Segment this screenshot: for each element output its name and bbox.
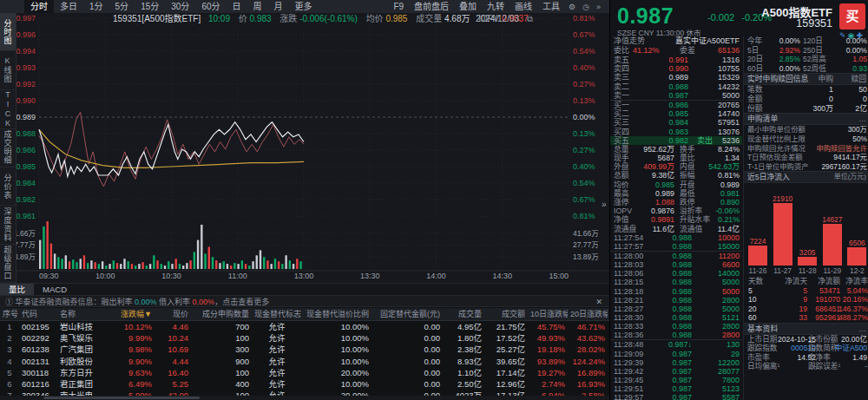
cell: 1.10亿 — [443, 367, 484, 378]
sidebar-item[interactable]: TICK — [0, 90, 16, 129]
fund-name[interactable]: 嘉实中证A500ETF — [675, 36, 740, 46]
order-book-row[interactable]: 卖四0.99010755 — [610, 64, 742, 73]
sub-value: 50 — [858, 85, 867, 95]
order-book-row[interactable]: 买五0.982卖出5236 — [610, 136, 742, 145]
column-header[interactable]: 成分申购数量 — [191, 308, 252, 320]
tape-row[interactable]: 11:28:300.9885121 — [610, 313, 742, 322]
flow-cell: 20.16% — [843, 295, 868, 305]
more-icon[interactable]: … — [858, 324, 866, 334]
sidebar-item[interactable]: 分时图 — [0, 13, 16, 51]
order-book-row[interactable]: 卖一0.9875000 — [610, 91, 742, 101]
timeframe-tab[interactable]: 周 — [247, 0, 268, 13]
buy-button[interactable]: 买 — [839, 3, 865, 30]
tape-row[interactable]: 11:29:570.9875587 — [610, 393, 742, 400]
menu-item[interactable]: 工具 — [537, 0, 565, 13]
table-row[interactable]: 6601216君正集团6.49%5.25400允许10.00%0.002.50亿… — [0, 378, 609, 390]
column-header[interactable]: 成交量 — [443, 308, 484, 320]
column-header[interactable]: 20日涨跌幅 — [568, 308, 608, 320]
panel-collapse-icon[interactable]: » — [602, 200, 607, 209]
timeframe-tab[interactable]: 更多 — [289, 0, 319, 13]
menu-item[interactable]: 叠加 — [454, 0, 482, 13]
order-book-row[interactable]: 卖三0.98915329 — [610, 73, 742, 82]
horizontal-scrollbar[interactable] — [0, 396, 609, 400]
sidebar-item[interactable]: 超级盘口 — [0, 245, 16, 283]
weibi-line: 委比 41.12% 委差 65136 — [610, 46, 742, 56]
nav-label[interactable]: 净值走势 — [614, 36, 645, 46]
basic-info-header[interactable]: 基本资料 … — [744, 323, 868, 335]
order-book-row[interactable]: 买一0.98620765 — [610, 101, 742, 109]
timeframe-tab[interactable]: 5分 — [109, 0, 135, 13]
close-icon[interactable]: ✕ — [595, 296, 602, 308]
timeframe-tab[interactable]: 分时 — [24, 0, 54, 13]
inflow-bar — [798, 257, 817, 266]
column-header[interactable]: 现金替代标志 — [252, 308, 302, 320]
tape-row[interactable]: 11:27:540.98810000 — [610, 233, 742, 242]
timeframe-tab[interactable]: 15分 — [135, 0, 165, 13]
sidebar-item[interactable]: 深度资料 — [0, 206, 16, 244]
column-header[interactable]: 成交额 — [484, 308, 528, 320]
expand-icon[interactable]: » — [593, 3, 604, 11]
indicator-tab[interactable]: MACD — [34, 284, 76, 296]
tape-row[interactable]: 11:28:480.987↓130 — [610, 339, 742, 349]
table-row[interactable]: 2002292奥飞娱乐9.99%10.24100允许10.00%0.001.80… — [0, 332, 609, 344]
tape-row[interactable]: 11:29:420.98728077 — [610, 367, 742, 376]
table-row[interactable]: 5300118东方日升9.63%16.40100允许20.00%0.001.10… — [0, 367, 609, 378]
tape-row[interactable]: 11:29:090.98729 — [610, 350, 742, 358]
clock-icon[interactable]: ◷ — [579, 3, 593, 11]
menu-item[interactable]: 盘前盘后 — [409, 0, 454, 13]
more-icon[interactable]: … — [858, 114, 866, 124]
intraday-chart[interactable]: 09:3010:0010:3011:0013:0013:3014:0014:30… — [0, 13, 609, 283]
tape-row[interactable]: 11:28:210.9882800 — [610, 296, 742, 305]
level-label: 卖一 — [614, 91, 629, 100]
sidebar-item[interactable]: K线图 — [0, 51, 16, 89]
nav-line[interactable]: 净值走势 嘉实中证A500ETF — [610, 36, 742, 46]
tape-row[interactable]: 11:28:180.9885000 — [610, 287, 742, 296]
time-and-sales[interactable]: 11:27:540.9881000011:27:570.9881500011:2… — [610, 233, 742, 400]
column-header[interactable]: 名称 — [57, 308, 109, 320]
monitor-icon[interactable]: ⧉ — [527, 14, 533, 23]
settings-icon[interactable]: ⚙ — [565, 3, 579, 11]
timeframe-tab[interactable]: 多日 — [54, 0, 83, 13]
purchase-list-header[interactable]: 申购清单 … — [744, 113, 868, 125]
tape-row[interactable]: 11:28:030.9886600 — [610, 260, 742, 269]
column-header[interactable]: 涨跌幅▼ — [109, 308, 155, 320]
tape-row[interactable]: 11:28:330.9882800 — [610, 322, 742, 331]
timeframe-tab[interactable]: 60分 — [195, 0, 226, 13]
column-header[interactable]: 现金替代溢价比例 — [302, 308, 372, 320]
table-row[interactable]: 1002195岩山科技10.12%4.46700允许10.00%0.004.95… — [0, 321, 609, 332]
order-book-row[interactable]: 买二0.98514740 — [610, 109, 742, 118]
table-row[interactable]: 3601238广汽集团9.98%10.69300允许10.00%0.002.38… — [0, 344, 609, 355]
tape-row[interactable]: 11:29:390.98712200 — [610, 358, 742, 367]
tape-row[interactable]: 11:28:000.98811200 — [610, 251, 742, 260]
indicator-tab[interactable]: 量比 — [0, 284, 34, 296]
timeframe-tab[interactable]: 日 — [227, 0, 247, 13]
order-book-row[interactable]: 卖二0.98814232 — [610, 82, 742, 91]
tape-row[interactable]: 11:28:150.9885000 — [610, 278, 742, 286]
tape-row[interactable]: 11:29:450.9877800 — [610, 376, 742, 384]
timeframe-tab[interactable]: 1分 — [83, 0, 109, 13]
sidebar-item[interactable]: 分价表 — [0, 167, 16, 206]
order-book-row[interactable]: 卖五0.9911316 — [610, 56, 742, 64]
tape-row[interactable]: 11:27:570.98815000 — [610, 242, 742, 251]
column-header[interactable]: 10日涨跌幅 — [528, 308, 568, 320]
order-book-row[interactable]: 买三0.98457951 — [610, 118, 742, 127]
column-header[interactable]: 代码 — [19, 308, 57, 320]
menu-item[interactable]: F9 — [388, 0, 409, 13]
notice-bar[interactable]: ① 华泰证券融资融券信息：融出利率 0.00% 借入利率 0.00%，点击查看更… — [0, 295, 609, 307]
order-book-row[interactable]: 买四0.98313076 — [610, 128, 742, 136]
menu-item[interactable]: 九转 — [482, 0, 510, 13]
tape-row[interactable]: 11:29:510.9875123 — [610, 384, 742, 393]
sidebar-item[interactable]: 成交明细 — [0, 129, 16, 167]
tape-row[interactable]: 11:28:270.9885000 — [610, 305, 742, 313]
table-row[interactable]: 4002131利欧股份9.90%4.44900允许10.00%0.008.93亿… — [0, 356, 609, 367]
inflow-bar — [748, 246, 767, 266]
tape-row[interactable]: 11:28:360.9882800 — [610, 331, 742, 339]
scrollbar-thumb[interactable] — [43, 397, 200, 399]
menu-item[interactable]: 画线 — [510, 0, 537, 13]
tape-row[interactable]: 11:28:060.98814000 — [610, 269, 742, 278]
timeframe-tab[interactable]: 30分 — [165, 0, 195, 13]
column-header[interactable]: 固定替代金额(元) — [372, 308, 443, 320]
column-header[interactable]: 序号 — [0, 308, 19, 320]
column-header[interactable]: 现价 — [155, 308, 191, 320]
timeframe-tab[interactable]: 月 — [268, 0, 289, 13]
